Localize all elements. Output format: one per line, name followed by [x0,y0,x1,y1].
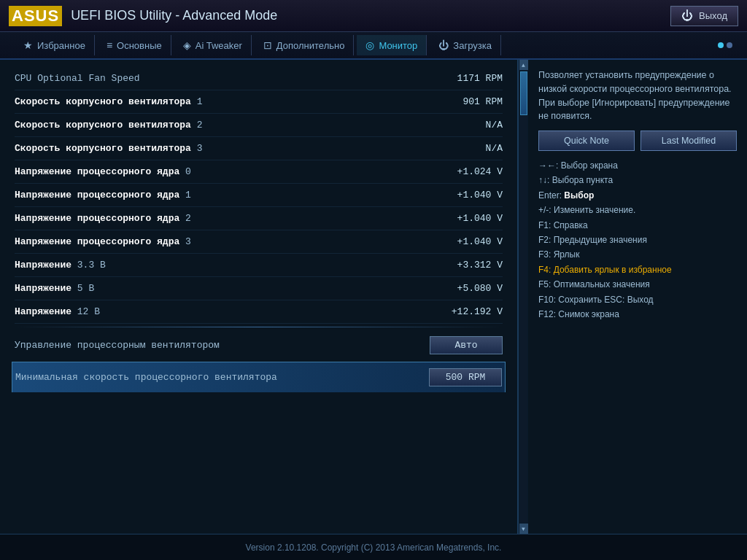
quick-note-button[interactable]: Quick Note [538,131,635,151]
right-panel: Позволяет установить предупреждение о ни… [528,60,747,534]
nav-dot-1 [718,42,724,48]
exit-button[interactable]: ⏻ Выход [670,6,738,26]
cpu-fan-control-value[interactable]: Авто [430,336,503,354]
ai-icon: ◈ [183,39,191,51]
cpu-core-v2-value: +1.040 V [430,213,503,224]
last-modified-button[interactable]: Last Modified [640,131,737,151]
nav-dot-2 [727,42,732,48]
asus-logo: ASUS [9,6,62,26]
nav-boot-label: Загрузка [453,40,492,51]
cpu-core-voltage1-row: Напряжение процессорного ядра 1 +1.040 V [15,184,503,207]
voltage-33-value: +3.312 V [430,260,503,271]
cpu-fan-control-row: Управление процессорным вентилятором Авт… [15,330,503,360]
voltage-12-label: Напряжение 12 В [15,306,430,317]
header: ASUS UEFI BIOS Utility - Advanced Mode ⏻… [0,0,747,32]
chassis-fan3-value: N/A [430,143,503,154]
nav-advanced[interactable]: ⊡ Дополнительно [255,35,355,55]
quick-buttons: Quick Note Last Modified [538,131,737,151]
keybind-f1: F1: Справка [538,218,737,233]
cpu-core-v3-label: Напряжение процессорного ядра 3 [15,236,430,247]
voltage-12-value: +12.192 V [430,306,503,317]
nav-favorites[interactable]: ★ Избранное [15,35,95,55]
footer: Version 2.10.1208. Copyright (C) 2013 Am… [0,534,747,560]
cpu-fan-speed-label: CPU Optional Fan Speed [15,73,430,84]
chassis-fan3-label: Скорость корпусного вентилятора 3 [15,143,430,154]
nav-monitor[interactable]: ◎ Монитор [357,35,427,55]
scroll-up-arrow[interactable]: ▲ [519,60,528,70]
cpu-core-voltage3-row: Напряжение процессорного ядра 3 +1.040 V [15,230,503,254]
chassis-fan2-value: N/A [430,120,503,131]
voltage-33-row: Напряжение 3.3 В +3.312 V [15,254,503,277]
keybind-plusminus: +/-: Изменить значение. [538,203,737,217]
help-text: Позволяет установить предупреждение о ни… [538,69,737,123]
min-fan-speed-row[interactable]: Минимальная скорость процессорного венти… [12,362,506,392]
cpu-core-v1-value: +1.040 V [430,190,503,201]
main-content: CPU Optional Fan Speed 1171 RPM Скорость… [0,60,747,534]
chassis-fan2-label: Скорость корпусного вентилятора 2 [15,120,430,131]
keybind-f2: F2: Предыдущие значения [538,233,737,247]
advanced-icon: ⊡ [263,39,272,51]
cpu-fan-speed-value: 1171 RPM [430,73,503,84]
cpu-core-voltage2-row: Напряжение процессорного ядра 2 +1.040 V [15,207,503,230]
nav-favorites-label: Избранное [37,40,85,51]
keybind-f3: F3: Ярлык [538,247,737,262]
chassis-fan1-row: Скорость корпусного вентилятора 1 901 RP… [15,90,503,114]
scroll-track[interactable] [520,71,527,522]
voltage-5-label: Напряжение 5 В [15,283,430,294]
min-fan-speed-value[interactable]: 500 RPM [429,368,502,386]
nav-advanced-label: Дополнительно [276,40,345,51]
voltage-33-label: Напряжение 3.3 В [15,260,430,271]
chassis-fan3-row: Скорость корпусного вентилятора 3 N/A [15,137,503,160]
keybind-f12: F12: Снимок экрана [538,307,737,322]
voltage-5-row: Напряжение 5 В +5.080 V [15,277,503,300]
app-title: UEFI BIOS Utility - Advanced Mode [71,8,277,23]
min-fan-speed-label: Минимальная скорость процессорного венти… [15,372,429,383]
cpu-core-voltage0-row: Напряжение процессорного ядра 0 +1.024 V [15,160,503,184]
cpu-fan-control-label: Управление процессорным вентилятором [15,340,430,351]
nav-ai-tweaker[interactable]: ◈ Ai Tweaker [174,35,252,55]
footer-text: Version 2.10.1208. Copyright (C) 2013 Am… [246,542,502,553]
navigation: ★ Избранное ≡ Основные ◈ Ai Tweaker ⊡ До… [0,32,747,60]
scroll-thumb[interactable] [520,71,527,115]
nav-main-label: Основные [117,40,162,51]
monitor-icon: ◎ [365,39,374,51]
nav-main[interactable]: ≡ Основные [98,35,171,55]
keybinds: →←: Выбор экрана ↑↓: Выбора пункта Enter… [538,158,737,322]
exit-icon: ⏻ [681,9,693,23]
cpu-core-v1-label: Напряжение процессорного ядра 1 [15,190,430,201]
keybind-enter: Enter: Выбор [538,188,737,203]
chassis-fan1-label: Скорость корпусного вентилятора 1 [15,96,430,107]
voltage-5-value: +5.080 V [430,283,503,294]
list-icon: ≡ [107,39,112,51]
left-panel: CPU Optional Fan Speed 1171 RPM Скорость… [0,60,518,534]
keybind-arrows: →←: Выбор экрана [538,158,737,173]
keybind-f5: F5: Оптимальных значения [538,277,737,292]
cpu-core-v3-value: +1.040 V [430,236,503,247]
voltage-12-row: Напряжение 12 В +12.192 V [15,300,503,324]
cpu-core-v0-value: +1.024 V [430,166,503,177]
keybind-f10: F10: Сохранить ESC: Выход [538,292,737,307]
keybind-updown: ↑↓: Выбора пункта [538,173,737,187]
asus-brand: ASUS [9,6,62,26]
cpu-core-v0-label: Напряжение процессорного ядра 0 [15,166,430,177]
keybind-f4: F4: Добавить ярлык в избранное [538,262,737,277]
nav-boot[interactable]: ⏻ Загрузка [430,35,501,55]
nav-monitor-label: Монитор [379,40,417,51]
separator [15,327,503,327]
scrollbar[interactable]: ▲ ▼ [518,60,528,534]
nav-ai-label: Ai Tweaker [196,40,242,51]
nav-dots [718,42,732,48]
chassis-fan2-row: Скорость корпусного вентилятора 2 N/A [15,114,503,137]
star-icon: ★ [23,39,33,51]
boot-icon: ⏻ [438,39,449,51]
chassis-fan1-value: 901 RPM [430,96,503,107]
cpu-core-v2-label: Напряжение процессорного ядра 2 [15,213,430,224]
cpu-fan-speed-row: CPU Optional Fan Speed 1171 RPM [15,67,503,90]
scroll-down-arrow[interactable]: ▼ [519,524,528,534]
